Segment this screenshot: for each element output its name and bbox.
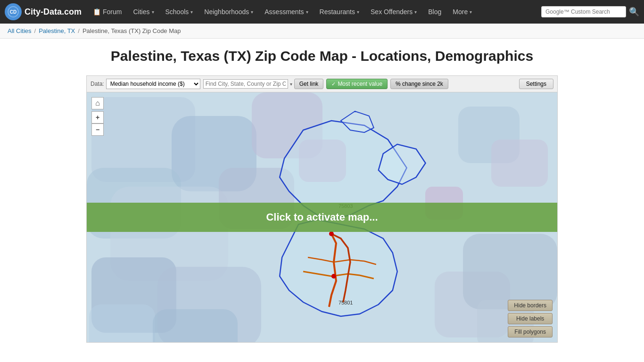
breadcrumb-sep-2: / — [78, 27, 80, 34]
map-region-12 — [463, 234, 557, 309]
map-region-13 — [89, 304, 155, 342]
nav-more[interactable]: More ▾ — [448, 0, 477, 24]
location-caret-icon: ▾ — [290, 82, 292, 87]
map-region-16 — [299, 140, 346, 182]
nav-cities[interactable]: Cities ▾ — [128, 0, 158, 24]
nav-neighborhoods[interactable]: Neighborhoods ▾ — [199, 0, 258, 24]
nav-blog[interactable]: Blog — [423, 0, 446, 24]
svg-text:CD: CD — [10, 9, 17, 15]
settings-button[interactable]: Settings — [519, 79, 553, 89]
forum-icon: 📋 — [93, 8, 101, 16]
nav-sex-offenders[interactable]: Sex Offenders ▾ — [366, 0, 421, 24]
nav-restaurants[interactable]: Restaurants ▾ — [315, 0, 364, 24]
hide-labels-button[interactable]: Hide labels — [508, 313, 553, 324]
logo-text: City-Data.com — [25, 7, 82, 17]
map-pin-1 — [329, 231, 334, 236]
breadcrumb: All Cities / Palestine, TX / Palestine, … — [0, 24, 644, 39]
hide-borders-button[interactable]: Hide borders — [508, 300, 553, 311]
map-side-buttons: Hide borders Hide labels Fill polygons — [508, 300, 553, 337]
road-horizontal-1 — [303, 272, 374, 279]
nav-forum[interactable]: 📋 Forum — [88, 0, 126, 24]
assessments-caret: ▾ — [306, 9, 308, 15]
neighborhoods-caret: ▾ — [251, 9, 253, 15]
all-cities-link[interactable]: All Cities — [8, 27, 32, 34]
city-link[interactable]: Palestine, TX — [39, 27, 75, 34]
pct-change-button[interactable]: % change since 2k — [390, 79, 448, 89]
logo-svg: CD — [8, 6, 19, 17]
road-horizontal-2 — [308, 257, 376, 264]
road-vertical — [329, 234, 336, 307]
map-wrapper: Data: Median household income ($) ▾ Get … — [86, 75, 558, 343]
zip-75801-outline — [280, 220, 397, 316]
more-caret: ▾ — [470, 9, 472, 15]
search-area: 🔍 — [541, 6, 639, 17]
map-pin-2 — [331, 274, 336, 279]
logo-icon: CD — [5, 3, 22, 20]
zip-label-75801: 75801 — [339, 300, 353, 305]
most-recent-button[interactable]: Most recent value — [326, 79, 388, 89]
map-region-14 — [153, 309, 238, 342]
restaurants-caret: ▾ — [357, 9, 359, 15]
main-content: Palestine, Texas (TX) Zip Code Map - Loc… — [0, 39, 644, 352]
data-label: Data: — [91, 81, 104, 87]
get-link-button[interactable]: Get link — [294, 79, 324, 89]
search-button[interactable]: 🔍 — [629, 7, 639, 17]
nav-schools[interactable]: Schools ▾ — [161, 0, 198, 24]
map-activate-overlay[interactable]: Click to activate map... — [87, 203, 557, 232]
sex-offenders-caret: ▾ — [414, 9, 417, 15]
data-select[interactable]: Median household income ($) — [106, 79, 200, 89]
map-area[interactable]: 75803 75801 ⌂ + − Click to activate map.… — [87, 92, 557, 342]
map-region-8 — [491, 140, 548, 187]
map-zoom-out-button[interactable]: − — [91, 123, 104, 136]
cities-caret: ▾ — [152, 9, 154, 15]
logo-link[interactable]: CD City-Data.com — [5, 3, 82, 20]
zip-area-3-outline — [379, 144, 426, 184]
road-curve — [331, 234, 350, 302]
breadcrumb-current: Palestine, Texas (TX) Zip Code Map — [83, 27, 181, 34]
breadcrumb-sep-1: / — [34, 27, 36, 34]
search-input[interactable] — [541, 6, 626, 17]
zip-area-4-outline — [341, 111, 374, 132]
nav-assessments[interactable]: Assessments ▾ — [260, 0, 313, 24]
schools-caret: ▾ — [190, 9, 193, 15]
fill-polygons-button[interactable]: Fill polygons — [508, 326, 553, 337]
page-title: Palestine, Texas (TX) Zip Code Map - Loc… — [5, 48, 639, 64]
page-title-area: Palestine, Texas (TX) Zip Code Map - Loc… — [5, 48, 639, 64]
map-controls: ⌂ + − — [91, 97, 104, 136]
map-home-button[interactable]: ⌂ — [91, 97, 104, 109]
navbar: CD City-Data.com 📋 Forum Cities ▾ School… — [0, 0, 644, 24]
location-input[interactable] — [203, 79, 288, 89]
map-zoom-in-button[interactable]: + — [91, 111, 104, 123]
data-select-group: Data: Median household income ($) — [91, 79, 200, 89]
map-toolbar: Data: Median household income ($) ▾ Get … — [87, 76, 557, 92]
location-select-group: ▾ Get link — [203, 79, 324, 89]
